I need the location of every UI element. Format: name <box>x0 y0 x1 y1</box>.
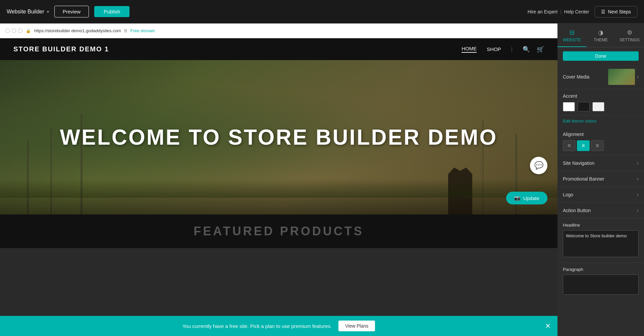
logo-label: Logo <box>563 192 573 197</box>
browser-bar: 🔒 https://storebuilder demo1.godaddysite… <box>0 23 557 38</box>
logo-row[interactable]: Logo › <box>557 187 644 203</box>
tab-theme[interactable]: ◑ THEME <box>586 23 615 47</box>
cover-media-row[interactable]: Cover Media › <box>557 65 644 89</box>
accent-row: Accent <box>557 89 644 116</box>
topbar: Website Builder ▾ Preview Publish Hire a… <box>0 0 644 23</box>
site-nav: STORE BUILDER DEMO 1 HOME SHOP | 🔍 🛒 <box>0 38 557 60</box>
align-left-button[interactable]: ≡ <box>563 140 576 151</box>
website-preview: STORE BUILDER DEMO 1 HOME SHOP | 🔍 🛒 <box>0 38 557 316</box>
banner-close-button[interactable]: ✕ <box>545 322 551 330</box>
accent-swatch-light[interactable] <box>592 102 604 111</box>
promotional-banner-row[interactable]: Promotional Banner › <box>557 171 644 187</box>
site-navigation-row[interactable]: Site Navigation › <box>557 155 644 171</box>
view-plans-button[interactable]: View Plans <box>338 321 375 331</box>
nav-icons: 🔍 🛒 <box>523 46 544 53</box>
ground-overlay <box>0 178 557 198</box>
help-center-link[interactable]: Help Center <box>564 9 589 14</box>
featured-title: FEATURED PRODUCTS <box>194 224 364 238</box>
hero-section[interactable]: WELCOME TO STORE BUILDER DEMO 📷 Update 💬 <box>0 60 557 214</box>
logo-chevron-icon: › <box>637 192 639 198</box>
next-steps-button[interactable]: ☰ Next Steps <box>595 6 637 17</box>
settings-tab-label: SETTINGS <box>620 38 640 42</box>
dot-green <box>18 29 22 33</box>
site-navigation-chevron-icon: › <box>637 160 639 166</box>
preview-button[interactable]: Preview <box>54 6 89 17</box>
alignment-buttons: ≡ ≡ ≡ <box>563 140 639 151</box>
action-button-chevron-icon: › <box>637 207 639 213</box>
browser-url[interactable]: https://storebuilder demo1.godaddysites.… <box>34 28 121 33</box>
chat-icon: 💬 <box>534 161 543 170</box>
done-button[interactable]: Done <box>563 51 639 61</box>
nav-home[interactable]: HOME <box>462 46 477 53</box>
theme-tab-icon: ◑ <box>598 29 603 36</box>
right-panel: ⊟ WEBSITE ◑ THEME ⚙ SETTINGS Done Cover … <box>557 23 644 336</box>
cover-media-thumbnail[interactable] <box>608 69 635 85</box>
hire-expert-link[interactable]: Hire an Expert <box>528 9 557 14</box>
paragraph-label: Paragraph <box>563 267 639 272</box>
accent-swatches <box>563 102 639 111</box>
banner-text: You currently have a free site. Pick a p… <box>182 323 332 329</box>
next-steps-label: Next Steps <box>608 9 631 14</box>
website-tab-icon: ⊟ <box>570 29 575 36</box>
site-nav-links: HOME SHOP | 🔍 🛒 <box>462 46 544 53</box>
promotional-banner-chevron-icon: › <box>637 176 639 182</box>
paragraph-textarea[interactable] <box>563 275 639 295</box>
publish-button[interactable]: Publish <box>94 6 129 17</box>
headline-section: Headline Welcome to Store builder demo <box>557 219 644 263</box>
align-right-button[interactable]: ≡ <box>591 140 604 151</box>
accent-swatch-black[interactable] <box>578 102 590 111</box>
free-domain-link[interactable]: Free domain <box>130 28 155 33</box>
cover-media-label: Cover Media <box>563 74 589 80</box>
headline-label: Headline <box>563 223 639 228</box>
cart-icon[interactable]: 🛒 <box>537 46 544 53</box>
separator: | <box>560 9 561 14</box>
site-navigation-label: Site Navigation <box>563 160 594 166</box>
headline-textarea[interactable]: Welcome to Store builder demo <box>563 230 639 257</box>
search-icon[interactable]: 🔍 <box>523 46 530 53</box>
action-button-row[interactable]: Action Button › <box>557 203 644 219</box>
upgrade-banner: You currently have a free site. Pick a p… <box>0 316 557 336</box>
accent-label: Accent <box>563 93 639 99</box>
camera-icon: 📷 <box>514 195 521 201</box>
dot-red <box>5 29 10 33</box>
tab-settings[interactable]: ⚙ SETTINGS <box>615 23 644 47</box>
align-center-button[interactable]: ≡ <box>577 140 590 151</box>
lock-icon: 🔒 <box>26 29 31 33</box>
main-area: 🔒 https://storebuilder demo1.godaddysite… <box>0 23 644 336</box>
nav-shop[interactable]: SHOP <box>487 46 501 52</box>
site-logo: STORE BUILDER DEMO 1 <box>13 45 109 53</box>
copy-domain-icon: ⎘ <box>124 28 127 33</box>
edit-theme-colors-link[interactable]: Edit theme colors <box>557 116 644 128</box>
brand-chevron-icon: ▾ <box>47 9 49 14</box>
nav-separator: | <box>511 46 513 52</box>
alignment-row: Alignment ≡ ≡ ≡ <box>557 128 644 155</box>
paragraph-section: Paragraph <box>557 263 644 300</box>
canvas-area: 🔒 https://storebuilder demo1.godaddysite… <box>0 23 557 336</box>
update-label: Update <box>523 195 539 201</box>
settings-tab-icon: ⚙ <box>627 29 632 36</box>
panel-tabs: ⊟ WEBSITE ◑ THEME ⚙ SETTINGS <box>557 23 644 47</box>
theme-tab-label: THEME <box>594 38 608 42</box>
featured-section: FEATURED PRODUCTS <box>0 214 557 248</box>
browser-dots <box>5 29 22 33</box>
next-steps-icon: ☰ <box>601 9 605 14</box>
brand-logo[interactable]: Website Builder ▾ <box>7 9 49 15</box>
hero-title: WELCOME TO STORE BUILDER DEMO <box>60 125 498 150</box>
cover-media-chevron-icon: › <box>637 74 639 80</box>
alignment-label: Alignment <box>563 132 639 137</box>
update-button[interactable]: 📷 Update <box>506 192 547 204</box>
accent-swatch-white[interactable] <box>563 102 575 111</box>
action-button-label: Action Button <box>563 208 591 213</box>
chat-button[interactable]: 💬 <box>530 157 547 174</box>
tab-website[interactable]: ⊟ WEBSITE <box>557 23 586 47</box>
website-tab-label: WEBSITE <box>563 38 581 42</box>
promotional-banner-label: Promotional Banner <box>563 176 604 182</box>
dot-yellow <box>12 29 16 33</box>
topbar-links: Hire an Expert | Help Center <box>528 9 589 14</box>
brand-label: Website Builder <box>7 9 44 15</box>
